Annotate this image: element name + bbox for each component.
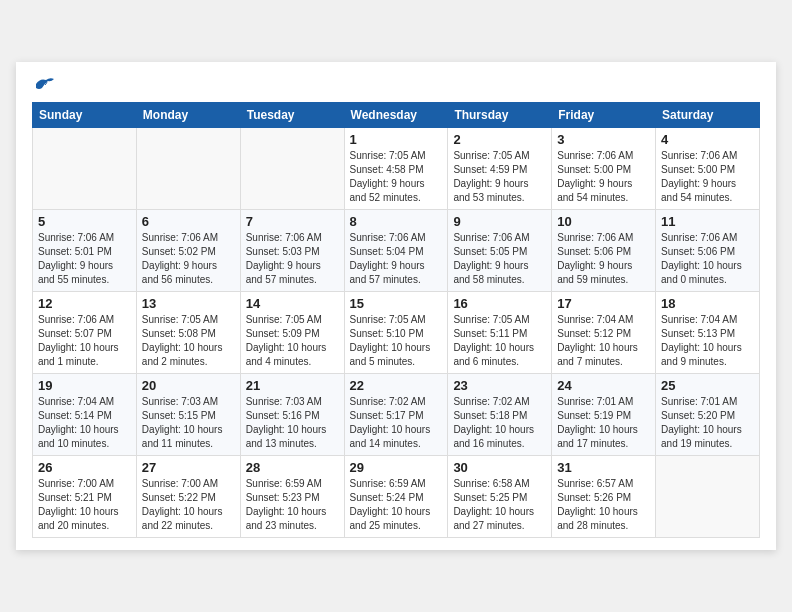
weekday-header-row: SundayMondayTuesdayWednesdayThursdayFrid… bbox=[33, 103, 760, 128]
day-number: 7 bbox=[246, 214, 339, 229]
calendar-cell: 2Sunrise: 7:05 AM Sunset: 4:59 PM Daylig… bbox=[448, 128, 552, 210]
weekday-header-tuesday: Tuesday bbox=[240, 103, 344, 128]
day-number: 13 bbox=[142, 296, 235, 311]
day-info: Sunrise: 7:06 AM Sunset: 5:06 PM Dayligh… bbox=[557, 231, 650, 287]
day-number: 27 bbox=[142, 460, 235, 475]
day-info: Sunrise: 7:01 AM Sunset: 5:19 PM Dayligh… bbox=[557, 395, 650, 451]
day-number: 31 bbox=[557, 460, 650, 475]
day-info: Sunrise: 6:58 AM Sunset: 5:25 PM Dayligh… bbox=[453, 477, 546, 533]
calendar-header bbox=[32, 78, 760, 92]
calendar-cell: 17Sunrise: 7:04 AM Sunset: 5:12 PM Dayli… bbox=[552, 292, 656, 374]
day-number: 21 bbox=[246, 378, 339, 393]
calendar-cell: 6Sunrise: 7:06 AM Sunset: 5:02 PM Daylig… bbox=[136, 210, 240, 292]
day-number: 6 bbox=[142, 214, 235, 229]
day-number: 25 bbox=[661, 378, 754, 393]
day-info: Sunrise: 7:05 AM Sunset: 4:58 PM Dayligh… bbox=[350, 149, 443, 205]
calendar-cell: 25Sunrise: 7:01 AM Sunset: 5:20 PM Dayli… bbox=[656, 374, 760, 456]
calendar-cell: 16Sunrise: 7:05 AM Sunset: 5:11 PM Dayli… bbox=[448, 292, 552, 374]
day-info: Sunrise: 7:05 AM Sunset: 4:59 PM Dayligh… bbox=[453, 149, 546, 205]
day-info: Sunrise: 7:06 AM Sunset: 5:01 PM Dayligh… bbox=[38, 231, 131, 287]
day-number: 14 bbox=[246, 296, 339, 311]
day-info: Sunrise: 7:00 AM Sunset: 5:22 PM Dayligh… bbox=[142, 477, 235, 533]
day-number: 2 bbox=[453, 132, 546, 147]
day-number: 28 bbox=[246, 460, 339, 475]
calendar-cell: 14Sunrise: 7:05 AM Sunset: 5:09 PM Dayli… bbox=[240, 292, 344, 374]
day-info: Sunrise: 7:00 AM Sunset: 5:21 PM Dayligh… bbox=[38, 477, 131, 533]
day-number: 16 bbox=[453, 296, 546, 311]
day-info: Sunrise: 7:01 AM Sunset: 5:20 PM Dayligh… bbox=[661, 395, 754, 451]
calendar-cell: 31Sunrise: 6:57 AM Sunset: 5:26 PM Dayli… bbox=[552, 456, 656, 538]
logo bbox=[32, 78, 56, 92]
day-info: Sunrise: 7:06 AM Sunset: 5:05 PM Dayligh… bbox=[453, 231, 546, 287]
calendar-table: SundayMondayTuesdayWednesdayThursdayFrid… bbox=[32, 102, 760, 538]
week-row-5: 26Sunrise: 7:00 AM Sunset: 5:21 PM Dayli… bbox=[33, 456, 760, 538]
calendar-cell bbox=[656, 456, 760, 538]
day-info: Sunrise: 7:03 AM Sunset: 5:15 PM Dayligh… bbox=[142, 395, 235, 451]
calendar-cell: 5Sunrise: 7:06 AM Sunset: 5:01 PM Daylig… bbox=[33, 210, 137, 292]
calendar-cell: 22Sunrise: 7:02 AM Sunset: 5:17 PM Dayli… bbox=[344, 374, 448, 456]
calendar-cell bbox=[136, 128, 240, 210]
logo-bird-icon bbox=[34, 76, 56, 92]
week-row-2: 5Sunrise: 7:06 AM Sunset: 5:01 PM Daylig… bbox=[33, 210, 760, 292]
calendar-cell: 3Sunrise: 7:06 AM Sunset: 5:00 PM Daylig… bbox=[552, 128, 656, 210]
calendar-cell: 26Sunrise: 7:00 AM Sunset: 5:21 PM Dayli… bbox=[33, 456, 137, 538]
day-number: 17 bbox=[557, 296, 650, 311]
week-row-3: 12Sunrise: 7:06 AM Sunset: 5:07 PM Dayli… bbox=[33, 292, 760, 374]
day-info: Sunrise: 7:05 AM Sunset: 5:10 PM Dayligh… bbox=[350, 313, 443, 369]
calendar-cell: 15Sunrise: 7:05 AM Sunset: 5:10 PM Dayli… bbox=[344, 292, 448, 374]
day-number: 1 bbox=[350, 132, 443, 147]
day-info: Sunrise: 7:06 AM Sunset: 5:00 PM Dayligh… bbox=[557, 149, 650, 205]
week-row-4: 19Sunrise: 7:04 AM Sunset: 5:14 PM Dayli… bbox=[33, 374, 760, 456]
day-number: 11 bbox=[661, 214, 754, 229]
day-info: Sunrise: 6:57 AM Sunset: 5:26 PM Dayligh… bbox=[557, 477, 650, 533]
day-info: Sunrise: 7:06 AM Sunset: 5:04 PM Dayligh… bbox=[350, 231, 443, 287]
calendar-cell: 29Sunrise: 6:59 AM Sunset: 5:24 PM Dayli… bbox=[344, 456, 448, 538]
day-info: Sunrise: 7:04 AM Sunset: 5:13 PM Dayligh… bbox=[661, 313, 754, 369]
day-number: 5 bbox=[38, 214, 131, 229]
weekday-header-wednesday: Wednesday bbox=[344, 103, 448, 128]
day-info: Sunrise: 7:02 AM Sunset: 5:17 PM Dayligh… bbox=[350, 395, 443, 451]
calendar-cell: 10Sunrise: 7:06 AM Sunset: 5:06 PM Dayli… bbox=[552, 210, 656, 292]
calendar-cell: 9Sunrise: 7:06 AM Sunset: 5:05 PM Daylig… bbox=[448, 210, 552, 292]
calendar-cell: 18Sunrise: 7:04 AM Sunset: 5:13 PM Dayli… bbox=[656, 292, 760, 374]
calendar-container: SundayMondayTuesdayWednesdayThursdayFrid… bbox=[16, 62, 776, 550]
day-number: 9 bbox=[453, 214, 546, 229]
calendar-cell: 7Sunrise: 7:06 AM Sunset: 5:03 PM Daylig… bbox=[240, 210, 344, 292]
day-info: Sunrise: 7:06 AM Sunset: 5:06 PM Dayligh… bbox=[661, 231, 754, 287]
day-info: Sunrise: 7:05 AM Sunset: 5:09 PM Dayligh… bbox=[246, 313, 339, 369]
calendar-cell: 12Sunrise: 7:06 AM Sunset: 5:07 PM Dayli… bbox=[33, 292, 137, 374]
day-number: 18 bbox=[661, 296, 754, 311]
day-info: Sunrise: 7:06 AM Sunset: 5:03 PM Dayligh… bbox=[246, 231, 339, 287]
day-info: Sunrise: 7:05 AM Sunset: 5:11 PM Dayligh… bbox=[453, 313, 546, 369]
calendar-cell: 11Sunrise: 7:06 AM Sunset: 5:06 PM Dayli… bbox=[656, 210, 760, 292]
day-number: 22 bbox=[350, 378, 443, 393]
day-number: 29 bbox=[350, 460, 443, 475]
day-info: Sunrise: 7:04 AM Sunset: 5:12 PM Dayligh… bbox=[557, 313, 650, 369]
calendar-cell: 13Sunrise: 7:05 AM Sunset: 5:08 PM Dayli… bbox=[136, 292, 240, 374]
day-number: 19 bbox=[38, 378, 131, 393]
day-info: Sunrise: 7:06 AM Sunset: 5:02 PM Dayligh… bbox=[142, 231, 235, 287]
day-number: 30 bbox=[453, 460, 546, 475]
day-info: Sunrise: 7:03 AM Sunset: 5:16 PM Dayligh… bbox=[246, 395, 339, 451]
weekday-header-sunday: Sunday bbox=[33, 103, 137, 128]
week-row-1: 1Sunrise: 7:05 AM Sunset: 4:58 PM Daylig… bbox=[33, 128, 760, 210]
calendar-cell: 21Sunrise: 7:03 AM Sunset: 5:16 PM Dayli… bbox=[240, 374, 344, 456]
calendar-cell: 4Sunrise: 7:06 AM Sunset: 5:00 PM Daylig… bbox=[656, 128, 760, 210]
calendar-cell bbox=[33, 128, 137, 210]
calendar-cell: 24Sunrise: 7:01 AM Sunset: 5:19 PM Dayli… bbox=[552, 374, 656, 456]
calendar-cell: 30Sunrise: 6:58 AM Sunset: 5:25 PM Dayli… bbox=[448, 456, 552, 538]
day-number: 3 bbox=[557, 132, 650, 147]
day-number: 24 bbox=[557, 378, 650, 393]
calendar-cell: 19Sunrise: 7:04 AM Sunset: 5:14 PM Dayli… bbox=[33, 374, 137, 456]
day-number: 8 bbox=[350, 214, 443, 229]
calendar-cell: 1Sunrise: 7:05 AM Sunset: 4:58 PM Daylig… bbox=[344, 128, 448, 210]
calendar-cell: 8Sunrise: 7:06 AM Sunset: 5:04 PM Daylig… bbox=[344, 210, 448, 292]
day-info: Sunrise: 6:59 AM Sunset: 5:24 PM Dayligh… bbox=[350, 477, 443, 533]
day-info: Sunrise: 7:06 AM Sunset: 5:07 PM Dayligh… bbox=[38, 313, 131, 369]
day-number: 20 bbox=[142, 378, 235, 393]
day-number: 10 bbox=[557, 214, 650, 229]
day-number: 15 bbox=[350, 296, 443, 311]
day-number: 4 bbox=[661, 132, 754, 147]
calendar-cell: 28Sunrise: 6:59 AM Sunset: 5:23 PM Dayli… bbox=[240, 456, 344, 538]
weekday-header-friday: Friday bbox=[552, 103, 656, 128]
